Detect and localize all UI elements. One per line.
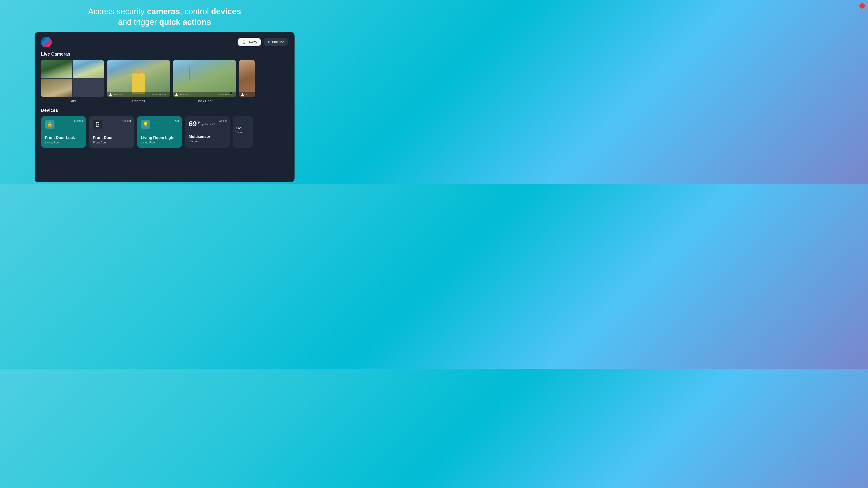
timeline-label: Timeline	[272, 40, 284, 44]
away-label: Away	[248, 40, 257, 44]
hero-line1-bold: cameras	[147, 7, 180, 16]
hero-text: Access security cameras, control devices…	[84, 0, 246, 32]
living-room-light-icon-wrap: 💡	[141, 120, 150, 129]
front-door-lock-icon-wrap: 🔒	[45, 120, 55, 129]
partial-watermark: a	[246, 94, 247, 96]
multisensor-lux: 12LX	[202, 123, 208, 127]
svg-point-1	[98, 124, 99, 125]
multisensor-temp: 69°F	[189, 120, 200, 128]
partial-overlay: a	[239, 92, 255, 97]
backdoor-detection-box	[182, 67, 190, 79]
front-door-lock-name: Front Door Lock	[45, 135, 82, 140]
top-actions: 🚶 Away ≡ Timeline	[238, 38, 288, 46]
camera-item-partial[interactable]: a	[239, 60, 255, 103]
living-room-light-status: Off	[175, 119, 179, 123]
lock-icon: 🔒	[47, 122, 53, 127]
grid-cell-2	[73, 60, 104, 78]
device-card-front-door[interactable]: Closed Front Door Front Porch	[89, 116, 134, 148]
abode-logo-partial	[241, 93, 244, 96]
avatar[interactable]	[41, 37, 52, 47]
hero-line2-normal: and trigger	[118, 18, 159, 27]
multisensor-location: Kitchen	[189, 140, 226, 143]
camera-label-backdoor: Back Door	[197, 99, 213, 103]
device-card-multisensor[interactable]: Online 69°F 12LX 55% Multisensor Kitchen	[185, 116, 230, 148]
camera-item-doorbell[interactable]: a b o d e 2022-05-23 20:29:25 Doorbell	[107, 60, 170, 103]
away-icon: 🚶	[242, 39, 247, 44]
front-door-location: Front Porch	[93, 141, 130, 144]
camera-label-doorbell: Doorbell	[132, 99, 145, 103]
front-door-lock-status: Locked	[74, 119, 83, 123]
camera-thumb-backdoor[interactable]: a b o d e 2022-05-23 20:29:25	[173, 60, 236, 97]
backdoor-watermark: a b o d e	[180, 94, 188, 96]
front-door-name: Front Door	[93, 135, 130, 140]
devices-row: Locked 🔒 Front Door Lock Living Room Clo…	[41, 116, 288, 148]
app-window: 🚶 Away ≡ Timeline Live Cameras	[35, 32, 294, 182]
devices-section-title: Devices	[41, 108, 288, 113]
hero-line2-bold1: devices	[211, 7, 241, 16]
hero-line1-end: , control	[180, 7, 211, 16]
camera-thumb-doorbell[interactable]: a b o d e 2022-05-23 20:29:25	[107, 60, 170, 97]
door-icon	[95, 122, 100, 127]
hero-line1-normal: Access security	[88, 7, 147, 16]
light-icon: 💡	[143, 122, 149, 127]
front-door-icon-wrap	[93, 120, 102, 129]
doorbell-overlay: a b o d e 2022-05-23 20:29:25	[107, 92, 170, 97]
device-card-living-room-light[interactable]: Off 💡 Living Room Light Living Room	[137, 116, 182, 148]
living-room-light-name: Living Room Light	[141, 135, 178, 140]
hero-line2-bold2: quick actions	[159, 18, 211, 27]
device-card-livi-partial[interactable]: ! Livi Livin	[232, 116, 253, 148]
cameras-section-title: Live Cameras	[41, 52, 288, 57]
front-door-lock-location: Living Room	[45, 141, 82, 144]
cameras-row: Grid a b o d e 2022-05-23 20:29:25 Doorb…	[41, 60, 288, 103]
multisensor-humidity: 55%	[210, 123, 215, 127]
abode-logo-backdoor	[175, 93, 178, 96]
doorbell-person-figure	[132, 73, 145, 94]
multisensor-name: Multisensor	[189, 134, 226, 139]
abode-logo-doorbell	[109, 93, 112, 96]
livi-partial-name: Livi	[236, 126, 250, 130]
top-bar: 🚶 Away ≡ Timeline	[41, 37, 288, 47]
livi-partial-location: Livin	[236, 131, 250, 134]
backdoor-overlay: a b o d e 2022-05-23 20:29:25	[173, 92, 236, 97]
camera-item-grid[interactable]: Grid	[41, 60, 104, 103]
camera-item-backdoor[interactable]: a b o d e 2022-05-23 20:29:25 Back Door	[173, 60, 236, 103]
device-card-front-door-lock[interactable]: Locked 🔒 Front Door Lock Living Room	[41, 116, 86, 148]
front-door-status: Closed	[123, 119, 131, 123]
doorbell-watermark: a b o d e	[114, 94, 122, 96]
backdoor-timestamp: 2022-05-23 20:29:25	[218, 94, 235, 96]
grid-cell-4	[73, 79, 104, 97]
multisensor-online-badge: Online	[219, 119, 227, 123]
camera-thumb-partial[interactable]: a	[239, 60, 255, 97]
timeline-icon: ≡	[268, 40, 270, 44]
timeline-button[interactable]: ≡ Timeline	[264, 38, 288, 46]
camera-label-grid: Grid	[69, 99, 76, 103]
doorbell-timestamp: 2022-05-23 20:29:25	[152, 94, 168, 96]
camera-thumb-grid[interactable]	[41, 60, 104, 97]
grid-cell-3	[41, 79, 72, 97]
living-room-light-location: Living Room	[141, 141, 178, 144]
away-button[interactable]: 🚶 Away	[238, 38, 261, 46]
grid-cell-1	[41, 60, 72, 78]
